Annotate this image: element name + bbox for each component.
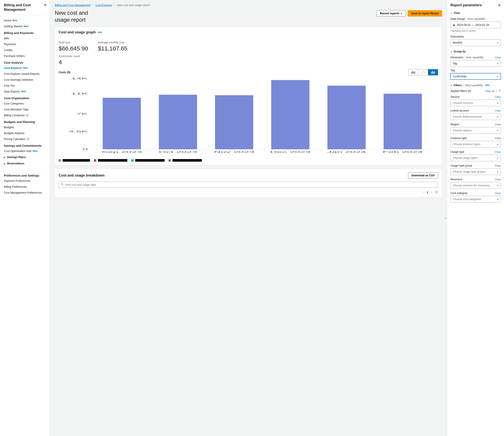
filter-preferences-icon[interactable] (498, 89, 501, 93)
sidebar-item[interactable]: Cost Allocation Tags (4, 106, 49, 112)
new-badge: New (33, 150, 37, 152)
next-page-button[interactable]: › (431, 190, 432, 194)
sidebar-item[interactable]: Pricing Calculator (4, 136, 49, 142)
stacked-bar-toggle[interactable] (428, 69, 438, 75)
filters-section-toggle[interactable]: Filters - New capability Info (450, 84, 501, 87)
sidebar-group: Cost Organization (4, 94, 49, 101)
svg-text:Dec 2023: Dec 2023 (270, 150, 311, 153)
dimension-select[interactable]: Tag (450, 60, 501, 67)
date-range-picker[interactable]: 2023-09-01 — 2024-02-29 (450, 22, 501, 28)
filter-clear[interactable]: Clear (495, 137, 501, 140)
line-chart-toggle[interactable] (418, 69, 428, 75)
panel-resize-handle[interactable]: || (445, 217, 447, 219)
svg-text:Feb 2024: Feb 2024 (383, 150, 423, 153)
chart-bar[interactable] (103, 98, 141, 149)
prev-page-button[interactable]: ‹ (423, 190, 424, 194)
sidebar-item[interactable]: Cost Explorer New (4, 65, 49, 71)
chart-bar[interactable] (215, 95, 253, 149)
breadcrumb-section[interactable]: Cost Explorer (96, 4, 112, 7)
sidebar-item[interactable]: Billing Conductor (4, 112, 49, 118)
chart-bar[interactable] (271, 80, 309, 149)
sidebar-item[interactable]: Free Tier (4, 83, 49, 89)
sidebar-item[interactable]: Getting Started New (4, 23, 49, 29)
dimension-clear[interactable]: Clear (495, 56, 501, 59)
tag-select[interactable]: CostCenter (450, 73, 501, 80)
sidebar-item[interactable]: Payments (4, 41, 49, 47)
filter-clear[interactable]: Clear (495, 192, 501, 195)
sidebar-item[interactable]: Purchase Orders (4, 53, 49, 59)
filter-clear[interactable]: Clear (495, 95, 501, 98)
sidebar-item[interactable]: Billing Preferences (4, 184, 49, 190)
close-icon[interactable]: ✕ (498, 3, 501, 8)
filter-clear[interactable]: Clear (495, 109, 501, 112)
filter-select[interactable]: Choose usage type groups (450, 168, 501, 175)
filters-info-link[interactable]: Info (485, 84, 489, 87)
sidebar-close-icon[interactable]: ✕ (44, 3, 47, 7)
sidebar-item-label: Cost Categories (4, 102, 24, 105)
sidebar-item[interactable]: Budgets Reports (4, 130, 49, 136)
sidebar-item[interactable]: Cost Management Preferences (4, 190, 49, 196)
clear-all-filters[interactable]: Clear all (485, 90, 494, 93)
legend-item[interactable] (59, 159, 90, 162)
cost-usage-breakdown-card: Cost and usage breakdown Download as CSV… (55, 169, 442, 197)
sidebar-item[interactable]: Cost Optimization Hub New (4, 148, 49, 154)
time-section-toggle[interactable]: Time (450, 11, 501, 15)
chevron-right-icon (4, 156, 6, 159)
breadcrumb-home[interactable]: Billing and Cost Management (55, 4, 91, 7)
search-input[interactable] (65, 183, 436, 186)
legend-item[interactable] (169, 159, 202, 162)
costcenter-count-label: CostCenter count (59, 55, 438, 59)
filter-placeholder: Choose usage type groups (453, 170, 485, 173)
sidebar-expand[interactable]: Reservations (4, 160, 49, 167)
chart-bar[interactable] (159, 95, 197, 149)
chart-bar[interactable] (384, 94, 422, 149)
page-number: 1 (427, 191, 428, 194)
date-range-value: 2023-09-01 — 2024-02-29 (457, 23, 489, 27)
svg-point-26 (436, 192, 437, 192)
info-link[interactable]: Info (98, 31, 102, 34)
filter-select[interactable]: Choose instance types (450, 141, 501, 148)
filter-label: Resource (450, 178, 462, 181)
sidebar-item[interactable]: Payment Preferences (4, 178, 49, 184)
sidebar-item[interactable]: Cost Anomaly Detection (4, 77, 49, 83)
bar-chart-toggle[interactable] (408, 69, 418, 75)
sidebar-item-label: Billing Preferences (4, 185, 27, 188)
recent-reports-button[interactable]: Recent reports (377, 10, 406, 17)
sidebar-item[interactable]: Cost Categories (4, 101, 49, 106)
legend-item[interactable] (131, 159, 165, 162)
filter-clear[interactable]: Clear (495, 164, 501, 167)
table-settings-icon[interactable] (435, 190, 438, 194)
filter-select[interactable]: Choose cost categories (450, 196, 501, 203)
divider (4, 170, 46, 170)
sidebar-item-label: Billing Conductor (4, 114, 25, 117)
sidebar-item[interactable]: Home New (4, 18, 49, 23)
sidebar-item[interactable]: Credits (4, 47, 49, 53)
chart-bar[interactable] (327, 86, 366, 149)
filter-clear[interactable]: Clear (495, 150, 501, 153)
sidebar-item[interactable]: Budgets (4, 124, 49, 130)
sidebar-item[interactable]: Bills (4, 35, 49, 41)
filter-select[interactable]: Choose services (450, 100, 501, 106)
chevron-down-icon (450, 50, 452, 53)
save-report-button[interactable]: Save to report library (408, 10, 442, 17)
breadcrumb-current: New cost and usage report (117, 4, 150, 7)
sidebar-group: Billing and Payments (4, 29, 49, 35)
dimension-value: Tag (453, 62, 457, 65)
sidebar-item-label: Getting Started (4, 25, 22, 28)
legend-item[interactable] (94, 159, 127, 162)
svg-text:Sep 2023: Sep 2023 (101, 150, 142, 153)
sidebar-item[interactable]: Data Exports New (4, 89, 49, 94)
filter-select[interactable]: Choose linked accounts (450, 113, 501, 120)
download-csv-button[interactable]: Download as CSV (408, 172, 438, 178)
filter-clear[interactable]: Clear (495, 178, 501, 181)
sidebar-expand[interactable]: Savings Plans (4, 154, 49, 160)
groupby-section-toggle[interactable]: Group by (450, 50, 501, 53)
filter-select[interactable]: Choose services for resources (450, 182, 501, 189)
filter-select[interactable]: Choose usage types (450, 155, 501, 161)
filter-clear[interactable]: Clear (495, 123, 501, 126)
sidebar-item[interactable]: Cost Explorer Saved Reports (4, 71, 49, 77)
granularity-select[interactable]: Monthly (450, 39, 501, 46)
search-box[interactable] (59, 182, 438, 188)
filter-select[interactable]: Choose regions (450, 127, 501, 134)
legend-label-redacted (63, 159, 90, 162)
